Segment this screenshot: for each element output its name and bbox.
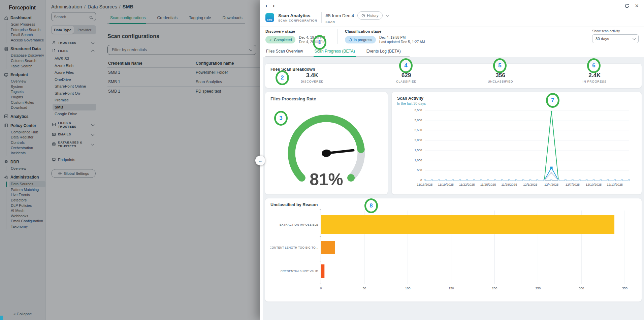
status-badge-in-progress: In progress [345,36,376,43]
back-icon[interactable]: ‹ [265,3,267,8]
files-processing-rate-card: Files Processing Rate 81% [265,92,388,195]
drawer-header: SMB Scan Analytics SCAN CONFIGURATION #5… [260,10,644,27]
drawer-content: Files Scan Breakdown 3.4KDISCOVERED629CL… [260,57,644,320]
spinner-icon [349,38,352,41]
smb-config-icon: SMB [265,13,274,22]
svg-text:0: 0 [420,179,422,182]
gauge-needle [321,147,354,157]
scan-activity-range-select[interactable]: 30 days [592,34,639,43]
svg-text:2,500: 2,500 [414,128,422,132]
bottom-left-artifact [0,316,3,320]
classification-stage: Classification stage In progress Dec 4, … [337,29,432,44]
annotation-badge-2: 2 [276,70,289,85]
collapse-drawer-button[interactable]: ← [255,156,265,165]
history-button[interactable]: History [357,11,382,20]
svg-text:300: 300 [579,286,584,290]
svg-text:500: 500 [417,168,422,172]
annotation-badge-7: 7 [546,93,559,108]
svg-text:CONTENT LENGTH TOO BIG TO...: CONTENT LENGTH TOO BIG TO... [270,246,318,249]
scan-ref: #5 from Dec 4 [326,13,354,18]
discovery-stage: Discovery stage ✓ Completed Dec 4, 19:56… [265,29,337,44]
svg-text:12/10/2025: 12/10/2025 [586,183,602,186]
chevron-down-icon[interactable] [386,13,389,17]
scan-activity-title: Scan Activity [397,96,636,101]
annotation-badge-5: 5 [493,58,507,73]
drawer-topbar: ‹ › × [260,0,644,10]
gauge-value: 81% [310,170,343,189]
show-scan-activity: Show scan activity 30 days [592,29,639,44]
annotation-badge-6: 6 [587,58,601,73]
svg-text:1,000: 1,000 [414,159,422,162]
breakdown-title: Files Scan Breakdown [270,67,315,72]
left-arrow-icon: ← [258,158,263,163]
scan-activity-subtitle: In the last 30 days [397,101,636,105]
unclassified-by-reason-card: Unclassified by Reason 05010015020025030… [265,198,642,302]
svg-text:11/16/2025: 11/16/2025 [417,183,433,186]
svg-text:50: 50 [363,286,366,290]
check-icon: ✓ [269,38,272,42]
drawer-edge-strip [260,57,263,320]
refresh-icon[interactable] [624,3,630,8]
modal-dim-overlay[interactable] [0,0,260,320]
status-badge-completed: ✓ Completed [265,36,295,43]
drawer-tab-files-scan-overview[interactable]: Files Scan Overview [265,47,303,57]
stat-in-progress: 2.4KIN PROGRESS [548,72,642,83]
svg-text:100: 100 [405,286,411,290]
unclassified-bar-chart: 050100150200250300350EXTRACTION IMPOSSIB… [270,207,636,297]
history-clock-icon [361,14,365,18]
svg-text:12/4/2025: 12/4/2025 [544,183,558,186]
svg-text:2,000: 2,000 [414,138,422,142]
svg-text:11/22/2025: 11/22/2025 [459,183,475,186]
breakdown-stats: 3.4KDISCOVERED629CLASSIFIED356UNCLASSIFI… [265,69,642,83]
svg-text:CREDENTIALS NOT VALID: CREDENTIALS NOT VALID [281,269,318,273]
scan-activity-card: Scan Activity In the last 30 days 05001,… [391,92,642,195]
svg-text:12/13/2025: 12/13/2025 [607,183,623,186]
svg-text:250: 250 [535,286,541,290]
stat-unclassified: 356UNCLASSIFIED [453,72,548,83]
svg-text:150: 150 [449,286,454,290]
close-icon[interactable]: × [635,3,639,8]
svg-text:12/1/2025: 12/1/2025 [523,183,537,186]
chevron-down-icon [633,37,636,40]
classification-dates: Dec 4, 19:58 PM — Last updated Dec 5, 1:… [379,35,425,44]
drawer-tabs: Files Scan OverviewScan Progress (BETA)E… [265,47,410,57]
drawer-tab-events-log-beta[interactable]: Events Log (BETA) [366,47,401,57]
svg-text:3,000: 3,000 [414,119,422,122]
svg-text:350: 350 [622,286,627,290]
stat-classified: 629CLASSIFIED [359,72,454,83]
svg-text:11/28/2025: 11/28/2025 [501,183,517,186]
scan-ref-sub: SCAN [326,20,388,24]
svg-text:200: 200 [492,286,497,290]
annotation-badge-8: 8 [364,198,378,213]
drawer-title: Scan Analytics [278,13,317,18]
svg-text:12/7/2025: 12/7/2025 [566,183,580,186]
annotation-badge-1: 1 [313,35,326,50]
svg-text:11/25/2025: 11/25/2025 [480,183,496,186]
svg-text:11/19/2025: 11/19/2025 [438,183,454,186]
annotation-badge-4: 4 [399,58,413,73]
gauge-title: Files Processing Rate [270,96,382,101]
svg-text:1,500: 1,500 [414,149,422,152]
unclassified-title: Unclassified by Reason [270,202,636,207]
header-divider [321,12,322,23]
app-root: Forcepoint DashboardScan ProgressEnterpr… [0,0,644,320]
files-scan-breakdown-card: Files Scan Breakdown 3.4KDISCOVERED629CL… [265,63,642,88]
drawer-subtitle: SCAN CONFIGURATION [278,19,317,22]
annotation-badge-3: 3 [274,111,288,126]
scan-activity-line-chart: 05001,0001,5002,0002,5003,0003,50011/16/… [397,105,634,189]
svg-text:0: 0 [320,286,322,290]
svg-text:3,500: 3,500 [414,108,422,112]
forward-icon[interactable]: › [273,3,275,8]
svg-text:EXTRACTION IMPOSSIBLE: EXTRACTION IMPOSSIBLE [280,223,318,226]
